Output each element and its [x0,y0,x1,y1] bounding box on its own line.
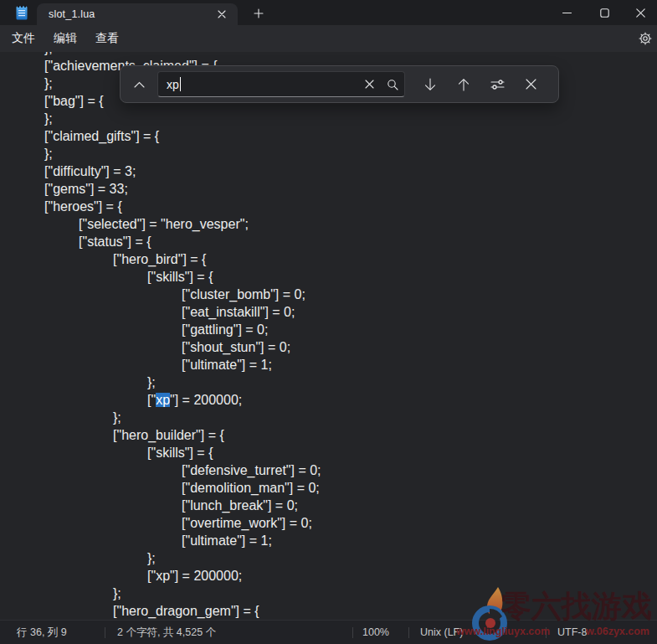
code-line: }; [44,409,657,426]
code-line: ["selected"] = "hero_vesper"; [44,215,657,233]
code-line: ["xp"] = 200000; [44,567,657,585]
notepad-window: slot_1.lua [0,0,657,644]
code-line: ["status"] = { [44,233,657,250]
code-line: ["heroes"] = { [44,198,657,215]
arrow-down-icon [424,78,436,91]
code-line: ["gems"] = 33; [44,180,657,198]
code-line: ["demolition_man"] = 0; [44,479,657,497]
menubar: 文件 编辑 查看 [0,25,657,52]
code-line: }; [44,585,657,602]
code-line: ["defensive_turret"] = 0; [44,461,657,479]
find-collapse-button[interactable] [126,72,152,97]
code-line: }; [44,374,657,391]
code-line: ["cluster_bomb"] = 0; [44,286,657,303]
code-line: }; [44,145,657,162]
status-char-count: 2 个字符, 共 4,525 个 [117,621,216,644]
status-cursor-position: 行 36, 列 9 [17,621,67,644]
code-line: ["overtime_work"] = 0; [44,514,657,532]
code-line: ["skills"] = { [44,444,657,461]
editor-lines: };["achievements_claimed"] = {};["bag"] … [0,52,657,620]
code-line: ["claimed_gifts"] = { [44,127,657,145]
code-line: ["hero_builder"] = { [44,426,657,444]
notepad-app-icon [16,5,28,20]
code-line: }; [44,549,657,567]
maximize-button[interactable] [586,0,624,25]
window-controls [548,0,657,25]
find-options-button[interactable] [484,72,511,97]
minimize-button[interactable] [548,0,586,25]
close-window-button[interactable] [624,0,657,25]
menu-file[interactable]: 文件 [3,28,44,49]
maximize-icon [600,8,609,18]
code-line: ["eat_instakill"] = 0; [44,303,657,321]
tab-slot-1-lua[interactable]: slot_1.lua [37,3,238,25]
gear-icon [639,32,652,45]
status-encoding: UTF-8 [557,621,587,644]
status-zoom-level: 100% [362,621,389,644]
clear-x-icon [365,80,374,89]
tab-title: slot_1.lua [49,8,95,20]
titlebar: slot_1.lua [0,0,657,25]
editor[interactable]: };["achievements_claimed"] = {};["bag"] … [0,52,657,620]
find-previous-button[interactable] [450,72,477,97]
tab-close-icon[interactable] [214,7,229,22]
menu-edit[interactable]: 编辑 [45,28,85,49]
status-bar: 行 36, 列 9 2 个字符, 共 4,525 个 100% Unix (LF… [0,620,657,644]
code-line: ["lunch_break"] = 0; [44,497,657,514]
magnifier-icon [387,79,398,90]
selected-text: xp [156,393,170,407]
find-bar: xp [120,65,559,103]
text-caret [180,77,182,91]
close-icon [636,8,645,18]
code-line: }; [44,110,657,127]
status-line-ending: Unix (LF) [420,621,463,644]
find-query-text: xp [167,78,179,91]
find-clear-button[interactable] [357,72,381,97]
filter-sliders-icon [490,79,505,90]
new-tab-button[interactable] [248,3,269,23]
code-line: ["ultimate"] = 1; [44,356,657,374]
code-line: ["skills"] = { [44,268,657,286]
minimize-icon [562,8,572,18]
code-line: ["hero_dragon_gem"] = { [44,602,657,620]
plus-icon [254,8,264,18]
code-line: ["shout_stun"] = 0; [44,338,657,356]
settings-button[interactable] [634,28,656,49]
code-line: ["difficulty"] = 3; [44,162,657,180]
code-line: ["ultimate"] = 1; [44,532,657,549]
find-input[interactable]: xp [157,71,405,97]
arrow-up-icon [458,78,470,91]
chevron-up-icon [134,81,145,88]
close-icon [526,79,536,90]
code-line: ["gattling"] = 0; [44,321,657,338]
find-close-button[interactable] [517,72,544,97]
code-line: ["hero_bird"] = { [44,250,657,268]
menu-view[interactable]: 查看 [87,28,127,49]
code-line: ["xp"] = 200000; [44,391,657,409]
find-search-button[interactable] [381,72,404,97]
find-next-button[interactable] [417,72,444,97]
find-actions [417,72,544,97]
